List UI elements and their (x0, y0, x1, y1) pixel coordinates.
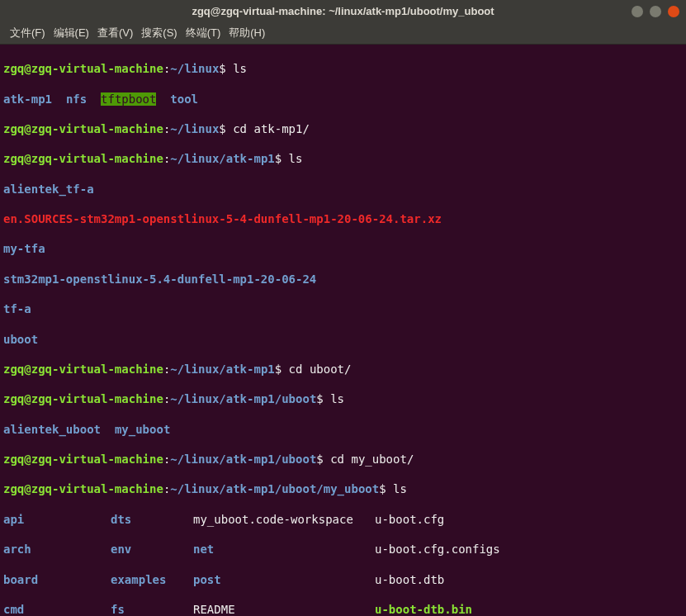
ls-item: alientek_uboot (3, 423, 101, 436)
window-title: zgq@zgq-virtual-machine: ~/linux/atk-mp1… (192, 5, 494, 19)
menu-edit[interactable]: 编辑(E) (50, 25, 92, 42)
close-icon[interactable] (668, 6, 679, 17)
terminal-output[interactable]: zgq@zgq-virtual-machine:~/linux$ ls atk-… (0, 45, 686, 616)
minimize-icon[interactable] (632, 6, 643, 17)
cmd: cd uboot/ (289, 362, 352, 376)
cmd: cd atk-mp1/ (233, 122, 310, 135)
ls-item: api (3, 512, 111, 527)
cmd: ls (393, 482, 407, 495)
menubar: 文件(F) 编辑(E) 查看(V) 搜索(S) 终端(T) 帮助(H) (0, 23, 686, 45)
cmd: ls (330, 392, 344, 405)
maximize-icon[interactable] (650, 6, 661, 17)
ls-item: my_uboot (115, 423, 170, 436)
menu-terminal[interactable]: 终端(T) (182, 25, 225, 42)
ls-item: nfs (66, 92, 87, 106)
window-controls (632, 6, 679, 17)
window-titlebar: zgq@zgq-virtual-machine: ~/linux/atk-mp1… (0, 0, 686, 23)
menu-help[interactable]: 帮助(H) (225, 25, 268, 42)
ls-item: tool (170, 92, 198, 106)
menu-view[interactable]: 查看(V) (94, 25, 136, 42)
ls-item: en.SOURCES-stm32mp1-openstlinux-5-4-dunf… (3, 212, 442, 225)
cmd: ls (233, 62, 247, 75)
menu-search[interactable]: 搜索(S) (138, 25, 180, 42)
ls-item: uboot (3, 333, 38, 346)
ls-item: alientek_tf-a (3, 182, 94, 196)
ls-item: my-tfa (3, 242, 45, 255)
ls-item: stm32mp1-openstlinux-5.4-dunfell-mp1-20-… (3, 272, 316, 286)
cmd: ls (289, 152, 303, 165)
prompt-user: zgq@zgq-virtual-machine (3, 62, 163, 75)
ls-item: tf-a (3, 302, 31, 315)
prompt-path: ~/linux (170, 62, 219, 75)
ls-item: atk-mp1 (3, 92, 52, 106)
cmd: cd my_uboot/ (330, 453, 414, 466)
ls-item: tftpboot (101, 92, 156, 106)
menu-file[interactable]: 文件(F) (7, 25, 49, 42)
